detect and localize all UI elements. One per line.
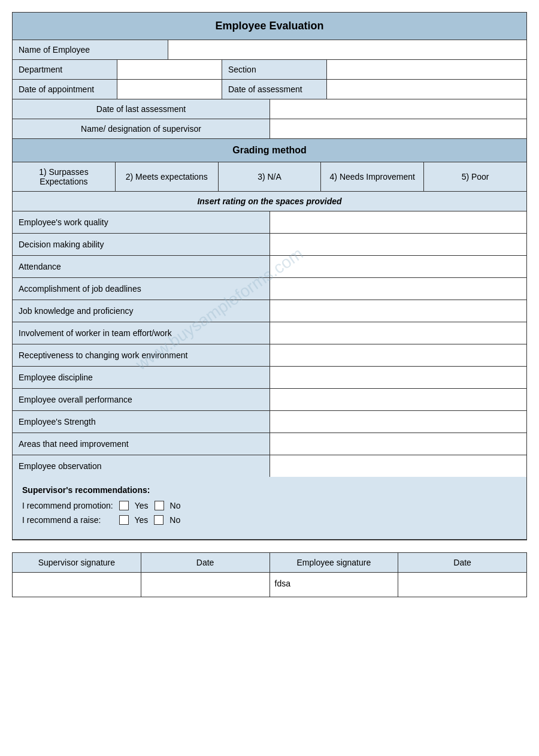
department-label: Department (13, 60, 117, 79)
sig-header-row: Supervisor signature Date Employee signa… (13, 553, 526, 573)
eval-item-value[interactable] (270, 234, 526, 255)
eval-item-value[interactable] (270, 256, 526, 277)
evaluation-form: Employee Evaluation Name of Employee Dep… (12, 12, 527, 540)
dept-section-row: Department Section (13, 60, 526, 80)
sig-date1-value[interactable] (141, 573, 270, 597)
eval-item-label: Attendance (13, 256, 270, 277)
eval-row: Job knowledge and proficiency (13, 300, 526, 322)
signature-table: Supervisor signature Date Employee signa… (12, 552, 527, 597)
promotion-yes-label: Yes (135, 501, 149, 510)
eval-item-label: Employee's Strength (13, 411, 270, 433)
grading-title: Grading method (13, 139, 526, 162)
promotion-line: I recommend promotion: Yes No (22, 501, 517, 510)
promotion-no-label: No (170, 501, 181, 510)
eval-row: Involvement of worker in team effort/wor… (13, 322, 526, 344)
raise-yes-checkbox[interactable] (119, 515, 129, 525)
grade-col-5: 5) Poor (424, 162, 526, 191)
eval-row: Attendance (13, 256, 526, 278)
eval-item-label: Employee discipline (13, 367, 270, 388)
eval-item-value[interactable] (270, 411, 526, 433)
eval-item-label: Involvement of worker in team effort/wor… (13, 322, 270, 344)
eval-row: Decision making ability (13, 234, 526, 256)
eval-item-label: Employee observation (13, 455, 270, 477)
eval-item-label: Areas that need improvement (13, 433, 270, 455)
form-title: Employee Evaluation (13, 13, 526, 40)
last-assessment-row: Date of last assessment (13, 99, 526, 119)
sig-col4-header: Date (398, 553, 526, 572)
supervisor-value[interactable] (270, 119, 526, 138)
promotion-label: I recommend promotion: (22, 501, 113, 510)
sig-data-row: fdsa (13, 573, 526, 597)
eval-item-value[interactable] (270, 344, 526, 366)
eval-item-label: Receptiveness to changing work environme… (13, 344, 270, 366)
eval-row: Areas that need improvement (13, 433, 526, 455)
date-appt-value[interactable] (117, 80, 222, 99)
supervisor-label: Name/ designation of supervisor (13, 119, 270, 138)
section-value[interactable] (327, 60, 526, 79)
raise-line: I recommend a raise: Yes No (22, 515, 517, 525)
sig-col1-header: Supervisor signature (13, 553, 141, 572)
rec-title: Supervisor's recommendations: (22, 485, 517, 495)
eval-item-value[interactable] (270, 455, 526, 477)
eval-item-value[interactable] (270, 211, 526, 233)
eval-item-value[interactable] (270, 367, 526, 388)
eval-item-label: Job knowledge and proficiency (13, 300, 270, 322)
recommendations-section: Supervisor's recommendations: I recommen… (13, 477, 526, 540)
eval-item-value[interactable] (270, 389, 526, 410)
last-assessment-value[interactable] (270, 99, 526, 119)
raise-yes-label: Yes (135, 515, 149, 525)
supervisor-row: Name/ designation of supervisor (13, 119, 526, 139)
eval-item-value[interactable] (270, 433, 526, 455)
date-assess-label: Date of assessment (222, 80, 327, 99)
department-value[interactable] (117, 60, 222, 79)
eval-row: Employee discipline (13, 367, 526, 389)
section-label: Section (222, 60, 327, 79)
eval-row: Employee's Strength (13, 411, 526, 433)
date-assess-value[interactable] (327, 80, 526, 99)
grade-col-2: 2) Meets expectations (116, 162, 219, 191)
grading-cols: 1) Surpasses Expectations 2) Meets expec… (13, 162, 526, 192)
eval-item-label: Decision making ability (13, 234, 270, 255)
raise-no-checkbox[interactable] (154, 515, 163, 525)
sig-date2-value[interactable] (398, 573, 526, 597)
eval-item-value[interactable] (270, 322, 526, 344)
grade-col-1: 1) Surpasses Expectations (13, 162, 116, 191)
insert-rating-label: Insert rating on the spaces provided (13, 192, 526, 211)
name-row: Name of Employee (13, 40, 526, 60)
eval-item-value[interactable] (270, 300, 526, 322)
eval-item-value[interactable] (270, 278, 526, 300)
raise-label: I recommend a raise: (22, 515, 101, 525)
eval-item-label: Employee's work quality (13, 211, 270, 233)
eval-row: Employee overall performance (13, 389, 526, 411)
employee-sig-value[interactable]: fdsa (270, 573, 399, 597)
last-assessment-label: Date of last assessment (13, 99, 270, 119)
date-appt-label: Date of appointment (13, 80, 117, 99)
eval-item-label: Accomplishment of job deadlines (13, 278, 270, 300)
raise-no-label: No (169, 515, 180, 525)
eval-row: Accomplishment of job deadlines (13, 278, 526, 300)
eval-row: Receptiveness to changing work environme… (13, 344, 526, 367)
eval-item-label: Employee overall performance (13, 389, 270, 410)
dates-row: Date of appointment Date of assessment (13, 80, 526, 99)
promotion-yes-checkbox[interactable] (119, 501, 129, 510)
grade-col-3: 3) N/A (219, 162, 322, 191)
name-value[interactable] (168, 40, 526, 59)
sig-col3-header: Employee signature (270, 553, 399, 572)
supervisor-sig-value[interactable] (13, 573, 141, 597)
evaluation-items: Employee's work quality Decision making … (13, 211, 526, 477)
name-label: Name of Employee (13, 40, 168, 59)
sig-col2-header: Date (141, 553, 270, 572)
grade-col-4: 4) Needs Improvement (321, 162, 424, 191)
eval-row: Employee observation (13, 455, 526, 477)
promotion-no-checkbox[interactable] (155, 501, 164, 510)
eval-row: Employee's work quality (13, 211, 526, 234)
